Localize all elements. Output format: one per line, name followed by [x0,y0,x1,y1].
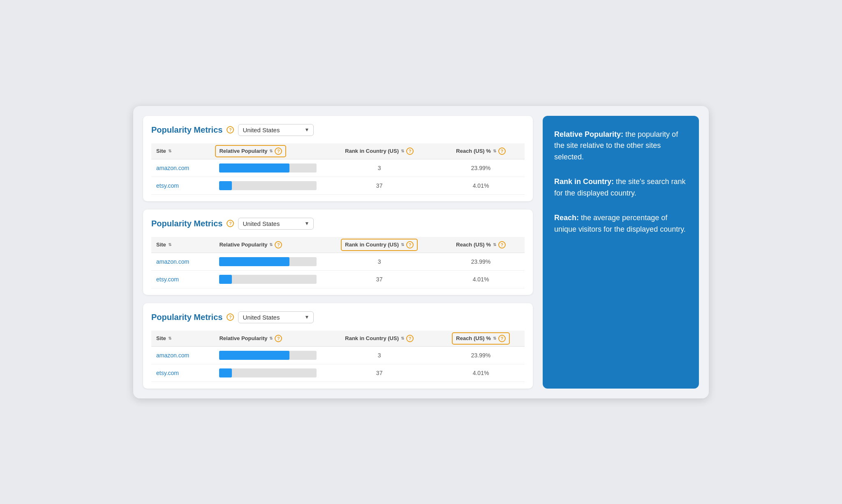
card-3-etsy-bar-cell [214,364,322,382]
col-rel-pop-1-sort: ⇅ [269,149,273,153]
card-3-country-select[interactable]: United States ▼ [238,311,314,323]
col-reach-3-info[interactable]: ? [498,335,506,342]
col-site-2-sort: ⇅ [168,242,171,247]
sidebar-term-relative-popularity: Relative Popularity: [554,130,623,138]
card-3-info-icon[interactable]: ? [227,313,234,321]
col-rel-pop-2-sort: ⇅ [269,242,273,247]
card-2-table: Site ⇅ Relative Popularity ⇅ ? [151,237,525,288]
amazon-bar-fill-3 [219,351,289,360]
card-1-etsy-reach: 4.01% [437,177,525,194]
col-rank-1-label: Rank in Country (US) [345,148,399,154]
card-1-dropdown-arrow: ▼ [304,127,309,133]
col-reach-2-label: Reach (US) % [456,242,491,248]
col-rank-2-label: Rank in Country (US) [345,242,399,248]
col-rank-3-info[interactable]: ? [406,335,414,342]
card-1-header: Popularity Metrics ? United States ▼ [151,124,525,136]
card-3-amazon-site: amazon.com [151,346,214,364]
card-3-dropdown-arrow: ▼ [304,314,309,320]
card-1-info-icon[interactable]: ? [227,126,234,133]
col-rank-2-info[interactable]: ? [406,241,414,249]
etsy-bar-container-2 [219,275,317,284]
col-reach-1-label: Reach (US) % [456,148,491,154]
sidebar-term-rank: Rank in Country: [554,177,614,186]
etsy-bar-fill-2 [219,275,232,284]
col-reach-3-label: Reach (US) % [456,335,491,341]
card-1-table: Site ⇅ Relative Popularity ⇅ ? [151,143,525,195]
col-rank-1-sort: ⇅ [401,149,404,153]
card-2-etsy-bar-cell [214,270,322,288]
card-1-row-amazon: amazon.com 3 23.99% [151,159,525,177]
col-reach-1[interactable]: Reach (US) % ⇅ ? [437,143,525,159]
col-rank-1-info[interactable]: ? [406,147,414,155]
card-3-header: Popularity Metrics ? United States ▼ [151,311,525,323]
col-site-1[interactable]: Site ⇅ [151,143,214,159]
amazon-bar-container-3 [219,351,317,360]
col-reach-2[interactable]: Reach (US) % ⇅ ? [437,237,525,253]
card-1-amazon-rank: 3 [322,159,437,177]
card-2-header-row: Site ⇅ Relative Popularity ⇅ ? [151,237,525,253]
card-2-amazon-site: amazon.com [151,253,214,270]
etsy-link-3[interactable]: etsy.com [156,370,179,376]
card-1-row-etsy: etsy.com 37 4.01% [151,177,525,194]
col-rel-pop-1-info[interactable]: ? [275,147,282,155]
col-rel-pop-3-info[interactable]: ? [275,335,282,342]
col-site-3-label: Site [156,335,166,341]
card-3-etsy-rank: 37 [322,364,437,382]
col-site-1-label: Site [156,148,166,154]
card-3-header-row: Site ⇅ Relative Popularity ⇅ ? [151,331,525,347]
col-rank-3[interactable]: Rank in Country (US) ⇅ ? [322,331,437,347]
col-reach-1-info[interactable]: ? [498,147,506,155]
card-3-amazon-rank: 3 [322,346,437,364]
card-2-title: Popularity Metrics [151,219,222,228]
col-rank-3-sort: ⇅ [401,336,404,341]
col-reach-1-sort: ⇅ [493,149,496,153]
card-3-table: Site ⇅ Relative Popularity ⇅ ? [151,331,525,382]
etsy-link-1[interactable]: etsy.com [156,182,179,189]
card-2-amazon-reach: 23.99% [437,253,525,270]
col-rank-2[interactable]: Rank in Country (US) ⇅ ? [322,237,437,253]
col-rel-pop-3[interactable]: Relative Popularity ⇅ ? [214,331,322,347]
card-1-amazon-site: amazon.com [151,159,214,177]
col-site-3[interactable]: Site ⇅ [151,331,214,347]
amazon-link-3[interactable]: amazon.com [156,352,189,359]
card-2-etsy-rank: 37 [322,270,437,288]
col-rel-pop-2-info[interactable]: ? [275,241,282,249]
col-reach-2-info[interactable]: ? [498,241,506,249]
col-reach-3-sort: ⇅ [493,336,496,341]
amazon-link-2[interactable]: amazon.com [156,258,189,265]
card-2-amazon-rank: 3 [322,253,437,270]
card-1-country-label: United States [243,127,280,133]
col-rel-pop-1[interactable]: Relative Popularity ⇅ ? [214,143,322,159]
col-site-2[interactable]: Site ⇅ [151,237,214,253]
col-rel-pop-3-sort: ⇅ [269,336,273,341]
card-1-etsy-bar-cell [214,177,322,194]
card-3-row-amazon: amazon.com 3 23.99% [151,346,525,364]
etsy-link-2[interactable]: etsy.com [156,276,179,283]
col-rel-pop-2[interactable]: Relative Popularity ⇅ ? [214,237,322,253]
col-reach-3[interactable]: Reach (US) % ⇅ ? [437,331,525,347]
card-3-row-etsy: etsy.com 37 4.01% [151,364,525,382]
card-2-etsy-reach: 4.01% [437,270,525,288]
metrics-card-1: Popularity Metrics ? United States ▼ Sit… [143,116,533,201]
left-panel: Popularity Metrics ? United States ▼ Sit… [143,116,533,389]
etsy-bar-fill-3 [219,368,232,377]
col-rel-pop-3-label: Relative Popularity [219,335,267,341]
card-2-etsy-site: etsy.com [151,270,214,288]
sidebar-entry-reach: Reach: the average percentage of unique … [554,212,687,235]
col-rank-2-sort: ⇅ [401,242,404,247]
etsy-bar-container-3 [219,368,317,377]
card-3-title: Popularity Metrics [151,313,222,322]
card-1-country-select[interactable]: United States ▼ [238,124,314,136]
amazon-link-1[interactable]: amazon.com [156,165,189,171]
card-2-country-select[interactable]: United States ▼ [238,218,314,230]
metrics-card-2: Popularity Metrics ? United States ▼ Sit… [143,209,533,295]
outer-container: Popularity Metrics ? United States ▼ Sit… [133,106,709,398]
amazon-bar-container-1 [219,163,317,173]
amazon-bar-fill-2 [219,257,289,266]
card-1-amazon-bar-cell [214,159,322,177]
etsy-bar-fill-1 [219,181,232,190]
amazon-bar-fill-1 [219,163,289,173]
card-2-info-icon[interactable]: ? [227,220,234,227]
sidebar-term-reach: Reach: [554,214,579,222]
col-rank-1[interactable]: Rank in Country (US) ⇅ ? [322,143,437,159]
